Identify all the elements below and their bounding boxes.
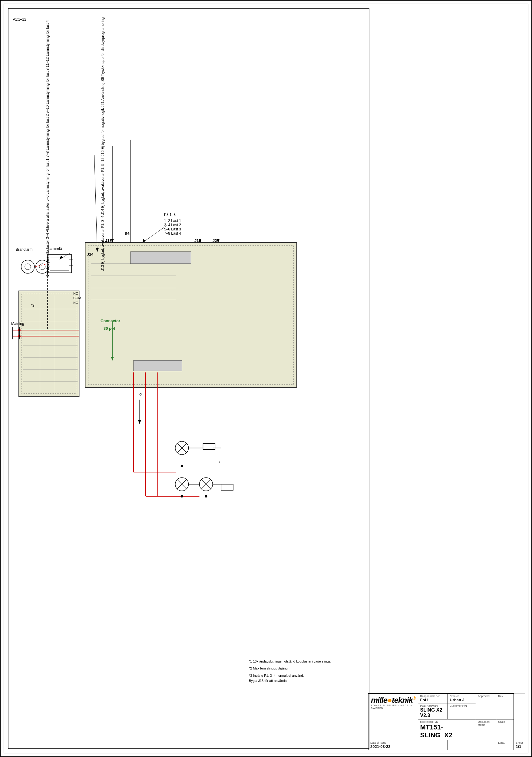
p3-line-4: 7–8 Last 4 [164, 231, 181, 236]
star3-label: *3 [31, 303, 34, 308]
pcb-hw-label: PCB Hardware [420, 704, 446, 707]
larmrela-label: Larmrelä [47, 247, 62, 251]
responsible-dep-value: FoU [420, 698, 446, 702]
note-3: *3 Ingång P1: 3–4 normalt ej använd. [249, 673, 358, 679]
note-2: *2 Max fem slingor/utgång. [249, 666, 358, 671]
notes-area: *1 10k ändavslutningsmotstånd kopplas in… [249, 659, 358, 684]
created-value: Urban J [450, 698, 474, 702]
page: P1:1–12 1–2 Aktivera alla laster 3–4 Akt… [0, 0, 532, 757]
logo-subtitle: POWER SUPPLIES – MADE IN SWEDEN [371, 704, 415, 710]
p3-header: P3:1–8 [164, 213, 176, 217]
star1-label: *1 [219, 461, 222, 465]
j-line-2: J14 Ej byglad, avaktiverar P1: 5–12 [101, 158, 105, 215]
logo-cell: mille●teknik® POWER SUPPLIES – MADE IN S… [369, 694, 418, 740]
milleteknik-pn-label: Milleteknik P/N [420, 720, 474, 723]
border-outer [4, 4, 528, 753]
pol-label: 30 pol [103, 326, 115, 331]
j16-label: J16 [194, 238, 201, 243]
p1-line-4: 7–8 Larmstyrning för last 2 [45, 114, 50, 158]
nc-label: NC [73, 301, 81, 305]
sheet-value: 1/1 [516, 744, 523, 749]
relay-labels: NO COM NC [73, 291, 81, 305]
p3-line-3: 5–6 Last 3 [164, 227, 181, 231]
j-line-4: J21 Används ej [101, 82, 105, 107]
j-line-5: S6 Tryckknapp för display/programering [101, 17, 105, 81]
j14-label: J14 [87, 252, 94, 257]
p3-line-2: 3–4 Last 2 [164, 223, 181, 227]
created-label: Created [450, 695, 474, 698]
responsible-dep-label: Responsible dep. [420, 695, 446, 698]
milleteknik-pn-value: MT151-SLING_X2 [420, 723, 474, 739]
p1-line-5: 9–10 Larmstyrning för last 3 [45, 69, 50, 113]
date-of-issue-value: 2021-03-22 [370, 744, 446, 749]
rev-label: Rev. [498, 695, 512, 698]
no-label: NO [73, 291, 81, 296]
brandlarm-label: Brandlarm [16, 247, 32, 252]
p3-annotations: 1–2 Last 1 3–4 Last 2 5–6 Last 3 7–8 Las… [164, 219, 181, 236]
p1-line-3: 5–6 Larmstyrning för last 1 [45, 158, 50, 201]
scale-label: Scale [498, 720, 512, 723]
pcb-hw-value: SLING X2 V2.3 [420, 707, 446, 718]
p1-header: P1:1–12 [13, 17, 26, 21]
j-line-3: J16 Ej byglad för negativ logik [101, 108, 105, 156]
customer-pn-label: Customer P/N [450, 704, 474, 707]
star2-label: *2 [138, 393, 142, 397]
title-block: mille●teknik® POWER SUPPLIES – MADE IN S… [368, 693, 525, 750]
sheet-label: Sheet [516, 741, 523, 744]
p1-line-1: 1–2 Aktivera alla laster [45, 240, 50, 277]
date-of-issue-label: Date of issue [370, 741, 446, 744]
doc-status-label: Document status [478, 720, 494, 726]
connector-label: Connector [101, 318, 120, 323]
lang-label: Lang. [498, 741, 512, 744]
j-annotations: J13 Ej byglad, avaktiverar P1: 3–4 J14 E… [98, 17, 105, 271]
com-label: COM [73, 296, 81, 300]
j-line-1: J13 Ej byglad, avaktiverar P1: 3–4 [101, 216, 105, 271]
s6-label: S6 [125, 231, 130, 236]
p1-line-2: 3–4 Aktivera alla laster [45, 202, 50, 239]
note-4: Bygla J13 för att använda. [249, 678, 358, 684]
j21-label: J21 [213, 238, 219, 243]
approved-label: Approved [478, 695, 494, 698]
matning-label: Matning [11, 321, 24, 326]
p3-line-1: 1–2 Last 1 [164, 219, 181, 223]
note-1: *1 10k ändavslutningsmotstånd kopplas in… [249, 659, 358, 664]
p1-line-6: 11–12 Larmstyrning för last 4 [45, 20, 50, 67]
j13-label: J13 [105, 238, 112, 243]
